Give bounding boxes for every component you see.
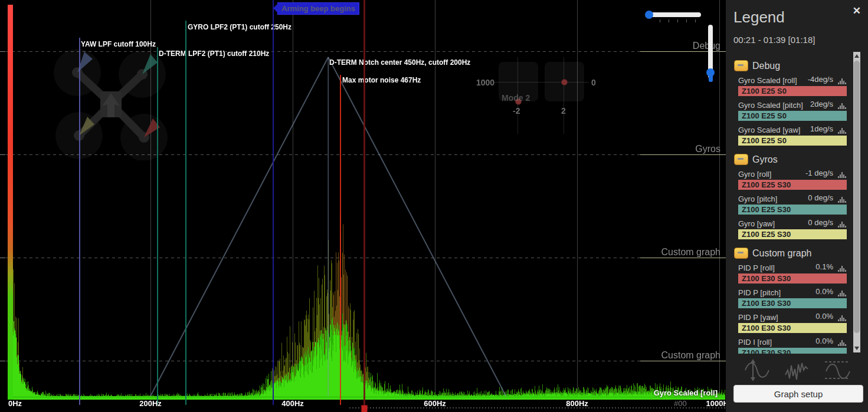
collapse-section-button[interactable] bbox=[734, 60, 748, 71]
legend-item[interactable]: Gyro [roll]-1 deg/sZ100 E25 S30 bbox=[738, 169, 847, 190]
axis-tick-label: 400Hz bbox=[281, 399, 304, 408]
collapse-section-button[interactable] bbox=[734, 248, 748, 259]
field-scale-bar[interactable]: Z100 E25 S30 bbox=[738, 180, 847, 190]
field-current-value: -4deg/s bbox=[808, 75, 833, 84]
field-current-value: 0.0% bbox=[815, 287, 833, 296]
legend-scrollbar[interactable] bbox=[853, 52, 860, 352]
legend-item[interactable]: Gyro Scaled [pitch]2deg/sZ100 E25 S0 bbox=[738, 100, 847, 121]
scroll-down-icon[interactable] bbox=[854, 347, 859, 350]
spectrum-view-icon[interactable] bbox=[838, 127, 846, 134]
collapse-section-button[interactable] bbox=[734, 154, 748, 165]
spectrum-view-icon[interactable] bbox=[838, 196, 846, 203]
field-name: Gyro [yaw] bbox=[738, 219, 775, 228]
legend-item[interactable]: Gyro [yaw]0 deg/sZ100 E25 S30 bbox=[738, 218, 847, 239]
field-current-value: -1 deg/s bbox=[805, 169, 833, 177]
legend-item[interactable]: Gyro Scaled [roll]-4deg/sZ100 E25 S0 bbox=[738, 75, 847, 96]
legend-section-header: Custom graph bbox=[734, 248, 852, 259]
event-marker-line bbox=[273, 0, 274, 405]
spectrum-view-icon[interactable] bbox=[838, 221, 846, 228]
notch-label: D-TERM Notch center 450Hz, cutoff 200Hz bbox=[329, 58, 470, 67]
clipping-limits-icon[interactable] bbox=[824, 358, 851, 382]
vertical-slider-thumb[interactable] bbox=[706, 68, 715, 77]
legend-section-header: Gyros bbox=[734, 154, 852, 165]
filter-line bbox=[157, 47, 158, 405]
spectrum-view-icon[interactable] bbox=[838, 78, 846, 85]
right-stick-crosshair-v bbox=[564, 57, 564, 134]
graph-setup-button[interactable]: Graph setup bbox=[733, 385, 863, 403]
field-scale-bar[interactable]: Z100 E30 S30 bbox=[738, 348, 847, 354]
playback-cursor-line bbox=[363, 0, 365, 405]
field-scale-bar[interactable]: Z100 E25 S30 bbox=[738, 205, 847, 215]
axis-tick-label: 0Hz bbox=[8, 399, 22, 408]
slider-tick bbox=[686, 19, 687, 22]
stick-crosshair-h bbox=[494, 82, 589, 83]
legend-item[interactable]: Gyro [pitch]0 deg/sZ100 E25 S30 bbox=[738, 193, 847, 215]
filter-line bbox=[340, 75, 341, 405]
ghost-dash: – bbox=[721, 400, 725, 409]
scrollbar-thumb[interactable] bbox=[854, 61, 860, 333]
legend-item[interactable]: PID P [roll]0.1%Z100 E30 S30 bbox=[738, 262, 847, 284]
field-scale-bar[interactable]: Z100 E30 S30 bbox=[738, 323, 847, 333]
left-axis-value: -2 bbox=[513, 106, 520, 116]
right-axis-value: 2 bbox=[561, 106, 566, 116]
slider-tick bbox=[669, 19, 669, 22]
field-current-value: 0.1% bbox=[815, 262, 833, 271]
field-name: PID I [roll] bbox=[738, 338, 772, 347]
playhead-marker[interactable] bbox=[361, 405, 368, 412]
spectrum-view-icon[interactable] bbox=[838, 103, 846, 110]
graph-section-label: Gyros bbox=[695, 144, 720, 154]
close-icon[interactable]: ✕ bbox=[853, 5, 861, 17]
field-current-value: 0.0% bbox=[815, 312, 833, 321]
field-name: Gyro [pitch] bbox=[738, 195, 777, 203]
field-scale-bar[interactable]: Z100 E25 S0 bbox=[738, 86, 847, 96]
highlighted-trace-name: Gyro Scaled [roll] bbox=[654, 388, 718, 397]
legend-item[interactable]: PID P [pitch]0.0%Z100 E30 S30 bbox=[738, 287, 847, 308]
scroll-up-icon[interactable] bbox=[854, 54, 859, 58]
right-stick-dot bbox=[561, 79, 568, 85]
legend-footer: Graph setup bbox=[726, 354, 868, 412]
filter-line bbox=[79, 38, 80, 405]
mode-label: Mode 2 bbox=[502, 93, 530, 103]
legend-list: DebugGyro Scaled [roll]-4deg/sZ100 E25 S… bbox=[726, 52, 852, 354]
spectrum-view-icon[interactable] bbox=[838, 290, 846, 297]
field-name: Gyro Scaled [yaw] bbox=[738, 126, 801, 134]
field-current-value: 2deg/s bbox=[810, 100, 833, 108]
field-scale-bar[interactable]: Z100 E25 S30 bbox=[738, 229, 847, 239]
expand-graphs-vertically-icon[interactable] bbox=[743, 358, 770, 382]
legend-section-name: Gyros bbox=[752, 154, 778, 165]
field-scale-bar[interactable]: Z100 E25 S0 bbox=[738, 111, 847, 121]
legend-section-header: Debug bbox=[734, 60, 852, 71]
legend-item[interactable]: Gyro Scaled [yaw]1deg/sZ100 E25 S0 bbox=[738, 124, 847, 146]
field-name: PID P [roll] bbox=[738, 263, 775, 272]
arming-beep-flag: Arming beep begins bbox=[277, 2, 359, 15]
axis-tick-label: 800Hz bbox=[566, 399, 588, 408]
field-name: PID P [pitch] bbox=[738, 288, 781, 297]
field-current-value: 0.0% bbox=[815, 337, 833, 345]
field-scale-bar[interactable]: Z100 E30 S30 bbox=[738, 273, 847, 284]
legend-item[interactable]: PID P [yaw]0.0%Z100 E30 S30 bbox=[738, 312, 847, 333]
spectrum-chart[interactable]: YAW LPF cutoff 100HzD-TERM LPF2 (PT1) cu… bbox=[0, 0, 726, 412]
zoom-slider[interactable] bbox=[648, 12, 701, 17]
right-stick-value: 0 bbox=[591, 78, 596, 87]
slider-tick bbox=[677, 19, 678, 22]
field-scale-bar[interactable]: Z100 E25 S0 bbox=[738, 136, 847, 146]
field-current-value: 1deg/s bbox=[810, 124, 833, 133]
field-name: Gyro Scaled [roll] bbox=[738, 76, 797, 85]
blackbox-explorer-window: YAW LPF cutoff 100HzD-TERM LPF2 (PT1) cu… bbox=[0, 0, 868, 412]
legend-item[interactable]: PID I [roll]0.0%Z100 E30 S30 bbox=[738, 337, 847, 354]
field-scale-bar[interactable]: Z100 E30 S30 bbox=[738, 298, 847, 308]
graph-section-label: Custom graph bbox=[661, 350, 721, 361]
zoom-slider-thumb[interactable] bbox=[645, 11, 653, 19]
field-current-value: 0 deg/s bbox=[808, 218, 833, 227]
spectrum-view-icon[interactable] bbox=[838, 172, 846, 179]
raw-data-wave-icon[interactable] bbox=[783, 358, 810, 382]
field-name: Gyro Scaled [pitch] bbox=[738, 101, 803, 110]
spectrum-view-icon[interactable] bbox=[838, 265, 846, 272]
spectrum-view-icon[interactable] bbox=[838, 340, 846, 347]
axis-tick-label: 200Hz bbox=[139, 399, 162, 408]
ghost-time-text: #00 bbox=[674, 399, 687, 408]
spectrum-view-icon[interactable] bbox=[838, 315, 846, 322]
filter-line bbox=[185, 21, 186, 405]
graph-section-label: Custom graph bbox=[661, 247, 721, 258]
legend-title: Legend bbox=[733, 8, 868, 27]
